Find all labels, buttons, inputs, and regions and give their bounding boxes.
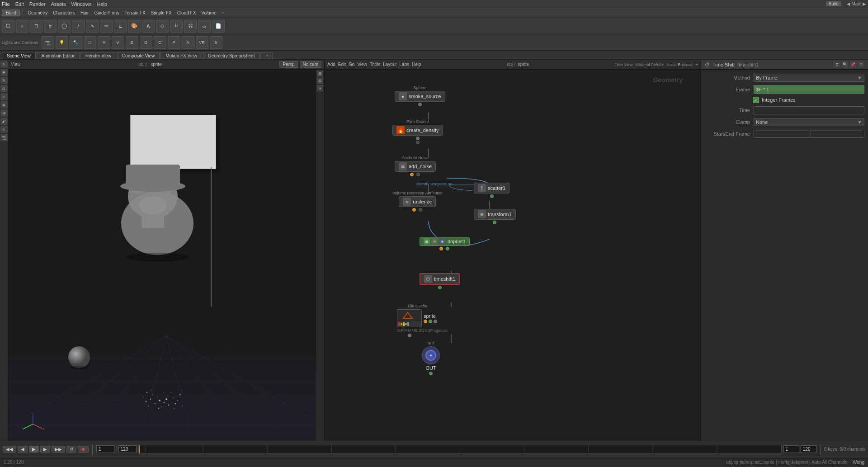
frame-end-input[interactable]	[118, 445, 137, 453]
tab-composite-view[interactable]: Composite View	[117, 52, 160, 59]
tube-tool[interactable]: ⊓	[30, 20, 42, 33]
sidebar-sculpt[interactable]: ∿	[0, 126, 8, 133]
timeline-bar[interactable]	[138, 445, 782, 454]
node-canvas[interactable]: Geometry	[325, 70, 701, 440]
spot-light-btn[interactable]: 🔦	[70, 36, 82, 49]
path-tool[interactable]: ⊏	[114, 20, 127, 33]
frame-input[interactable]	[96, 445, 114, 453]
env-light-btn[interactable]: E	[126, 36, 138, 49]
metaball-tool[interactable]: ∞	[198, 20, 211, 33]
menu-help[interactable]: Help	[97, 1, 107, 7]
add-noise-output-lock[interactable]	[416, 173, 420, 176]
menu-assets[interactable]: Assets	[51, 1, 66, 7]
hair-btn[interactable]: Hair	[79, 10, 90, 15]
viewport-canvas[interactable]: X Y Z ⊞ ⊡ ≡	[8, 70, 324, 440]
gi-light-btn[interactable]: G	[140, 36, 152, 49]
tab-scene-view[interactable]: Scene View	[2, 52, 36, 59]
sprite-dot-grey[interactable]	[434, 320, 437, 323]
sidebar-paint[interactable]: 🖌	[0, 118, 8, 125]
font-tool[interactable]: A	[142, 20, 155, 33]
line-tool[interactable]: /	[72, 20, 85, 33]
props-search-icon[interactable]: 🔍	[842, 61, 848, 68]
vp-tool-2[interactable]: ⊡	[317, 78, 323, 84]
node-create-density[interactable]: Pyro Source 🔥 create_density	[392, 119, 443, 144]
timeshift1-output[interactable]	[438, 286, 442, 289]
guide-prims-btn[interactable]: Guide Prims	[92, 10, 121, 15]
tab-add[interactable]: +	[260, 52, 273, 59]
menu-edit[interactable]: Edit	[15, 1, 24, 7]
geometry-btn[interactable]: Geometry	[26, 10, 49, 15]
create-density-lock[interactable]	[416, 141, 420, 144]
tab-animation-editor[interactable]: Animation Editor	[37, 52, 80, 59]
volume-light-btn[interactable]: V	[112, 36, 124, 49]
node-dopnet1[interactable]: ▣ ≋ ⊕ dopnet1	[420, 237, 470, 250]
grid-tool[interactable]: #	[44, 20, 57, 33]
sidebar-scale[interactable]: ⊡	[0, 85, 8, 92]
sky-light-btn[interactable]: ☀	[98, 36, 110, 49]
prop-time-value[interactable]	[754, 106, 864, 114]
integer-frames-checkbox[interactable]: ✓	[753, 97, 759, 103]
light-light-btn[interactable]: 💡	[56, 36, 68, 49]
ne-help[interactable]: Help	[412, 62, 421, 67]
out-output[interactable]	[429, 372, 433, 375]
startend-end[interactable]	[810, 130, 863, 137]
sphere-tool[interactable]: ○	[16, 20, 28, 33]
tab-geo-spreadsheet[interactable]: Geometry Spreadsheet	[203, 52, 259, 59]
no-cam-mode[interactable]: No cam	[300, 61, 321, 68]
node-add-noise[interactable]: Attribute Noise ≋ add_noise	[395, 156, 436, 176]
last-frame-btn[interactable]: ▶▶	[52, 446, 65, 453]
props-help-icon[interactable]: ?	[858, 61, 864, 68]
range-start-input[interactable]	[783, 445, 799, 453]
circle-tool[interactable]: ◯	[58, 20, 71, 33]
tab-render-view[interactable]: Render View	[80, 52, 116, 59]
tab-motion-fx[interactable]: Motion FX View	[160, 52, 202, 59]
build-btn[interactable]: Build	[2, 9, 20, 16]
ne-view[interactable]: View	[357, 62, 367, 67]
sidebar-snap[interactable]: M	[0, 109, 8, 117]
sidebar-transform[interactable]: T	[0, 93, 8, 100]
menu-file[interactable]: File	[2, 1, 10, 7]
sidebar-select[interactable]: ↖	[0, 61, 8, 68]
sidebar-rotate[interactable]: ↻	[0, 77, 8, 84]
terrain-fx-btn[interactable]: Terrain FX	[123, 10, 147, 15]
box-tool[interactable]: ☐	[2, 20, 14, 33]
ne-add-tab[interactable]: +	[695, 62, 698, 67]
first-frame-btn[interactable]: ◀◀	[3, 446, 16, 453]
dopnet1-output-green[interactable]	[446, 247, 449, 250]
ne-edit[interactable]: Edit	[338, 62, 346, 67]
file-tool[interactable]: 📄	[212, 20, 225, 33]
create-density-output[interactable]	[416, 137, 420, 140]
ne-tree-view[interactable]: Tree View	[615, 62, 633, 67]
dopnet1-output-orange[interactable]	[439, 247, 443, 250]
cloud-fx-btn[interactable]: Cloud FX	[175, 10, 198, 15]
volume-btn[interactable]: Volume	[199, 10, 218, 15]
sidebar-handle[interactable]: ⊕	[0, 101, 8, 108]
play-btn[interactable]: ▶	[29, 446, 39, 453]
caustic-light-btn[interactable]: C	[154, 36, 166, 49]
record-btn[interactable]: ⏺	[78, 446, 89, 453]
node-sprite[interactable]: File Cache	[397, 304, 448, 337]
startend-start[interactable]	[756, 130, 808, 137]
persp-mode[interactable]: Persp	[279, 61, 297, 68]
transform1-output[interactable]	[493, 221, 496, 224]
prop-startend-value[interactable]	[754, 130, 864, 138]
props-pin-icon[interactable]: 📌	[850, 61, 856, 68]
curve-tool[interactable]: ∿	[86, 20, 99, 33]
l-system-tool[interactable]: ⌘	[184, 20, 197, 33]
smoke-source-output[interactable]	[418, 103, 422, 106]
area-light-btn[interactable]: □	[84, 36, 96, 49]
menu-windows[interactable]: Windows	[71, 1, 92, 7]
ne-material-palette[interactable]: Material Palette	[636, 62, 664, 67]
sidebar-camera[interactable]: 📷	[0, 134, 8, 141]
prop-method-value[interactable]: By Frame ▼	[754, 74, 864, 82]
rasterize-output-lock[interactable]	[419, 208, 422, 212]
node-scatter1[interactable]: ⠿ scatter1	[474, 183, 509, 198]
partial-light-btn[interactable]: P	[168, 36, 180, 49]
ne-go[interactable]: Go	[349, 62, 354, 67]
vp-tool-3[interactable]: ≡	[317, 85, 323, 91]
sprite-dot-green[interactable]	[429, 320, 432, 323]
sprite-dot-orange[interactable]	[424, 320, 427, 323]
add-more-btn[interactable]: +	[220, 10, 226, 15]
sprite-bottom-dot[interactable]	[408, 334, 411, 337]
next-frame-btn[interactable]: ▶	[40, 446, 50, 453]
